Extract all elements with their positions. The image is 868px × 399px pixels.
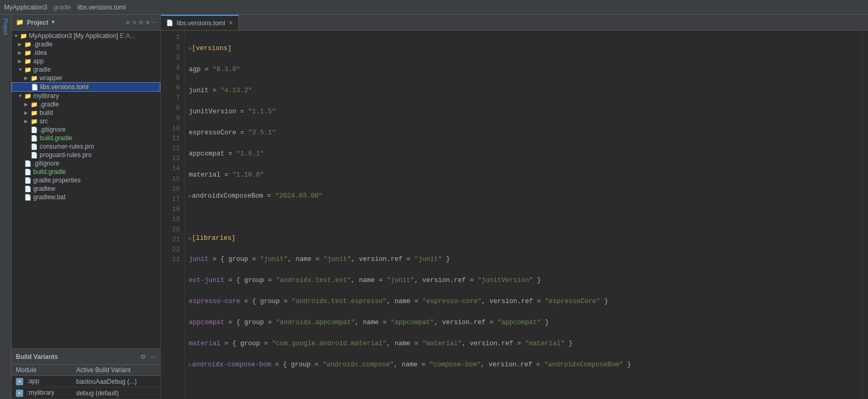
key-vref-14: version.ref — [442, 319, 486, 326]
tree-item-gitignore-root[interactable]: 📄 .gitignore — [12, 159, 160, 168]
tree-item-gradlew[interactable]: 📄 gradlew — [12, 184, 160, 193]
key-espresso-lib: espresso-core — [189, 298, 240, 305]
consumer-rules-icon: 📄 — [31, 143, 38, 150]
bv-row-mylibrary[interactable]: A :mylibrary debug (default) — [12, 387, 160, 399]
minimize-icon[interactable]: ─ — [152, 20, 156, 26]
filter-icon[interactable]: ⊟ — [139, 19, 143, 26]
project-icon[interactable]: Project — [2, 17, 9, 36]
tab-close-btn[interactable]: ✕ — [228, 20, 233, 26]
code-line-3: junit = "4.13.2" — [189, 85, 857, 96]
tab-libs-toml[interactable]: 📄 libs.versions.toml ✕ — [161, 15, 239, 30]
consumer-rules-label: consumer-rules.pro — [40, 143, 94, 150]
tree-item-mylibrary[interactable]: ▼ 📁 mylibrary — [12, 92, 160, 100]
libs-toml-icon: 📄 — [31, 84, 38, 91]
settings-list-icon[interactable]: ≡ — [133, 20, 137, 26]
libs-toml-label: libs.versions.toml — [40, 83, 89, 91]
val-vref-15: "material" — [525, 340, 565, 347]
code-line-16: ▷androidx-compose-bom = { group = "andro… — [189, 359, 857, 370]
code-editor: 1 2 3 4 5 6 7 8 9 10 11 12 13 14 15 16 1… — [161, 31, 868, 399]
right-gutter — [862, 31, 868, 399]
code-line-8: ▷androidxComposeBom = "2024.03.00" — [189, 191, 857, 201]
editor-area: 📄 libs.versions.toml ✕ 1 2 3 4 5 6 7 8 9… — [161, 15, 868, 399]
val-group-15: "com.google.android.material" — [272, 340, 387, 347]
key-material: material — [189, 171, 220, 179]
gear-icon[interactable]: ⚙ — [126, 19, 130, 26]
val-vref-16: "androidxComposeBom" — [544, 361, 623, 368]
title-toml-tab[interactable]: libs.versions.toml — [78, 4, 126, 11]
project-dropdown-icon[interactable]: ▼ — [52, 20, 55, 25]
gradle-folder-icon2: 📁 — [24, 66, 32, 73]
wrapper-arrow: ▶ — [24, 75, 30, 81]
tree-item-src[interactable]: ▶ 📁 src — [12, 117, 160, 125]
gear2-icon[interactable]: ⚙ — [146, 19, 150, 26]
idea-arrow: ▶ — [18, 50, 23, 55]
ln-5: 5 — [161, 73, 180, 83]
gradlew-bat-label: gradlew.bat — [33, 193, 65, 201]
bv-variant-mylibrary[interactable]: debug (default) — [72, 387, 160, 399]
bv-settings-btn[interactable]: ⚙ — [139, 352, 147, 362]
bv-variant-app[interactable]: baotouAaaDebug (...) — [72, 376, 160, 387]
tree-item-proguard-rules[interactable]: 📄 proguard-rules.pro — [12, 151, 160, 159]
ln-21: 21 — [161, 235, 180, 245]
val-name-14: "appcompat" — [391, 319, 435, 326]
tree-item-app[interactable]: ▶ 📁 app — [12, 57, 160, 65]
tree-item-gitignore-ml[interactable]: 📄 .gitignore — [12, 125, 160, 134]
tree-item-gradle-properties[interactable]: 📄 gradle.properties — [12, 176, 160, 184]
val-group-11: "junit" — [260, 256, 288, 263]
proguard-rules-icon: 📄 — [31, 152, 38, 159]
key-compose-bom-lib: androidx-compose-bom — [192, 361, 271, 368]
app-label: app — [33, 57, 44, 65]
key-group-12: group — [244, 277, 264, 284]
key-name-15: name — [394, 340, 410, 347]
tree-item-mylibrary-gradle[interactable]: ▶ 📁 .gradle — [12, 100, 160, 109]
key-compose-bom: androidxComposeBom — [192, 192, 263, 200]
tree-item-idea[interactable]: ▶ 📁 .idea — [12, 48, 160, 57]
val-name-11: "junit" — [323, 256, 351, 263]
tree-root[interactable]: ▼ 📁 MyApplication3 [My Application] E:A.… — [12, 32, 160, 40]
wrapper-folder-icon: 📁 — [31, 75, 38, 82]
tree-item-buildgradle-root[interactable]: 📄 build.gradle — [12, 168, 160, 176]
val-vref-11: "junit" — [414, 256, 442, 263]
code-line-15: material = { group = "com.google.android… — [189, 338, 857, 349]
key-name-11: name — [296, 256, 312, 263]
tree-item-consumer-rules[interactable]: 📄 consumer-rules.pro — [12, 142, 160, 151]
ln-18: 18 — [161, 205, 180, 215]
tree-item-build[interactable]: ▶ 📁 build — [12, 109, 160, 117]
code-line-10: ▷[libraries] — [189, 233, 857, 244]
code-line-1: ▷[versions] — [189, 43, 857, 54]
tree-item-gradlew-bat[interactable]: 📄 gradlew.bat — [12, 193, 160, 201]
gradle-arrow: ▼ — [18, 67, 23, 72]
tree-item-wrapper[interactable]: ▶ 📁 wrapper — [12, 74, 160, 82]
key-name-12: name — [359, 277, 375, 284]
gitignore-root-label: .gitignore — [33, 160, 59, 167]
val-name-16: "compose-bom" — [429, 361, 481, 368]
val-group-13: "androidx.test.espresso" — [292, 298, 387, 305]
code-line-17 — [189, 381, 857, 391]
tree-item-buildgradle-ml[interactable]: 📄 build.gradle — [12, 134, 160, 142]
bv-minimize-btn[interactable]: ─ — [149, 352, 156, 362]
project-panel-header: 📁 Project ▼ ⚙ ≡ ⊟ ⚙ ─ — [12, 15, 160, 31]
tree-item-gradle[interactable]: ▼ 📁 gradle — [12, 65, 160, 74]
tree-item-gradle-root[interactable]: ▶ 📁 .gradle — [12, 40, 160, 48]
tab-toml-icon: 📄 — [166, 20, 173, 26]
bv-row-app[interactable]: A :app baotouAaaDebug (...) — [12, 376, 160, 387]
title-gradle-tab[interactable]: gradle — [53, 4, 71, 11]
val-appcompat: "1.6.1" — [236, 150, 264, 158]
ln-15: 15 — [161, 174, 180, 184]
gitignore-root-icon: 📄 — [24, 160, 32, 167]
key-group-15: group — [240, 340, 261, 347]
section-libraries: [libraries] — [192, 235, 236, 242]
val-vref-12: "junitVersion" — [478, 277, 533, 284]
key-material-lib: material — [189, 340, 220, 347]
buildgradle-ml-icon: 📄 — [31, 135, 38, 142]
tree-item-libs-toml[interactable]: 📄 libs.versions.toml — [12, 82, 160, 92]
gradle-properties-label: gradle.properties — [33, 177, 81, 184]
proguard-rules-label: proguard-rules.pro — [40, 151, 92, 159]
code-content[interactable]: ▷[versions] agp = "8.3.0" junit = "4.13.… — [185, 31, 862, 399]
buildgradle-root-icon: 📄 — [24, 169, 32, 176]
android-icon-app: A — [16, 378, 23, 385]
idea-label: .idea — [33, 49, 47, 56]
code-line-2: agp = "8.3.0" — [189, 64, 857, 75]
gradle-properties-icon: 📄 — [24, 177, 32, 184]
ln-19: 19 — [161, 215, 180, 225]
